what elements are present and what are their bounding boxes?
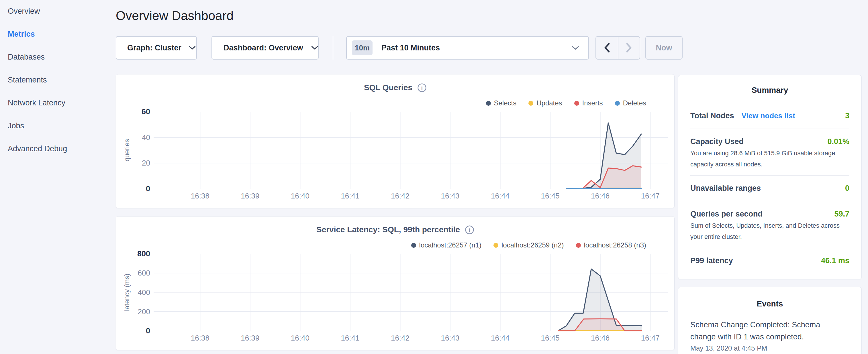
sidebar: OverviewMetricsDatabasesStatementsNetwor… (0, 0, 116, 354)
svg-text:16:41: 16:41 (341, 192, 359, 200)
page: OverviewMetricsDatabasesStatementsNetwor… (0, 0, 868, 354)
svg-text:16:41: 16:41 (341, 334, 359, 342)
svg-text:800: 800 (137, 250, 150, 258)
summary-row-label: Queries per second (690, 210, 763, 219)
main-content: Overview Dashboard Graph: Cluster Dashbo… (116, 0, 868, 354)
svg-text:16:44: 16:44 (491, 334, 509, 342)
event-item: Schema Change Completed: Schema change w… (690, 319, 849, 352)
charts-column: SQL QueriesiSelectsUpdatesInsertsDeletes… (116, 74, 675, 350)
graph-dropdown-label: Graph: Cluster (127, 43, 181, 53)
svg-text:16:46: 16:46 (591, 192, 610, 200)
dashboard-content: SQL QueriesiSelectsUpdatesInsertsDeletes… (116, 74, 868, 354)
summary-row: P99 latency46.1 ms (690, 256, 849, 265)
chevron-right-icon (626, 43, 632, 53)
summary-row-value: 0 (845, 184, 849, 193)
summary-row-label: Total Nodes (690, 111, 734, 120)
svg-text:16:38: 16:38 (191, 334, 210, 342)
right-sidebar: Summary Total NodesView nodes list3Capac… (678, 74, 862, 354)
svg-text:16:44: 16:44 (491, 192, 509, 200)
svg-text:16:46: 16:46 (591, 334, 610, 342)
summary-panel: Summary Total NodesView nodes list3Capac… (678, 75, 862, 279)
summary-row: Total NodesView nodes list3 (690, 111, 849, 120)
chevron-down-icon (189, 46, 196, 50)
svg-text:16:43: 16:43 (441, 192, 459, 200)
sidebar-item-statements[interactable]: Statements (0, 75, 116, 98)
svg-text:600: 600 (138, 269, 150, 277)
summary-divider (690, 129, 849, 129)
svg-text:16:38: 16:38 (191, 192, 210, 200)
events-panel: Events Schema Change Completed: Schema c… (678, 287, 862, 354)
svg-text:queries: queries (123, 139, 131, 162)
chart-plot: 020040060080016:3816:3916:4016:4116:4216… (116, 217, 675, 351)
summary-row-value: 46.1 ms (821, 256, 849, 265)
svg-text:16:39: 16:39 (241, 334, 259, 342)
events-title: Events (690, 299, 849, 309)
summary-row-value: 0.01% (827, 137, 849, 146)
svg-text:16:42: 16:42 (391, 334, 409, 342)
chart-card-0: SQL QueriesiSelectsUpdatesInsertsDeletes… (116, 74, 675, 208)
event-timestamp: May 13, 2020 at 4:45 PM (690, 344, 849, 352)
step-back-button[interactable] (596, 37, 618, 59)
chevron-left-icon (604, 43, 610, 53)
summary-row-description: You are using 28.6 MiB of 515.9 GiB usab… (690, 148, 849, 170)
svg-text:0: 0 (146, 326, 150, 335)
summary-row: Capacity Used0.01%You are using 28.6 MiB… (690, 137, 849, 170)
chevron-down-icon (311, 46, 318, 50)
svg-text:200: 200 (138, 307, 150, 316)
svg-text:20: 20 (142, 159, 150, 167)
svg-text:16:42: 16:42 (391, 192, 409, 200)
sidebar-item-advanced-debug[interactable]: Advanced Debug (0, 144, 116, 167)
sidebar-item-jobs[interactable]: Jobs (0, 121, 116, 144)
summary-row-label: Capacity Used (690, 137, 744, 146)
dashboard-dropdown[interactable]: Dashboard: Overview (212, 36, 319, 60)
time-step-buttons (595, 36, 640, 60)
svg-text:16:47: 16:47 (641, 334, 660, 342)
svg-text:16:40: 16:40 (291, 334, 309, 342)
chevron-down-icon (572, 46, 579, 50)
summary-row-description: Sum of Selects, Updates, Inserts, and De… (690, 220, 849, 242)
summary-row: Unavailable ranges0 (690, 184, 849, 193)
svg-text:16:47: 16:47 (641, 192, 660, 200)
summary-divider (690, 201, 849, 201)
summary-row-link[interactable]: View nodes list (742, 111, 795, 120)
svg-text:40: 40 (142, 133, 150, 142)
chart-plot: 020406016:3816:3916:4016:4116:4216:4316:… (116, 74, 675, 208)
svg-text:latency (ms): latency (ms) (123, 273, 131, 311)
sidebar-item-network-latency[interactable]: Network Latency (0, 98, 116, 121)
svg-text:16:40: 16:40 (291, 192, 309, 200)
time-range-label: Past 10 Minutes (381, 43, 440, 53)
page-title: Overview Dashboard (116, 9, 868, 23)
svg-text:16:45: 16:45 (541, 192, 560, 200)
toolbar-divider (333, 36, 333, 60)
time-range-picker[interactable]: 10m Past 10 Minutes (346, 36, 589, 60)
time-range-badge: 10m (352, 40, 373, 55)
sidebar-item-databases[interactable]: Databases (0, 52, 116, 75)
event-message: Schema Change Completed: Schema change w… (690, 319, 838, 343)
summary-row-label: Unavailable ranges (690, 184, 761, 193)
svg-text:400: 400 (138, 288, 150, 297)
summary-title: Summary (690, 86, 849, 95)
dashboard-dropdown-label: Dashboard: Overview (223, 43, 303, 53)
summary-row: Queries per second59.7Sum of Selects, Up… (690, 210, 849, 242)
summary-rows: Total NodesView nodes list3Capacity Used… (690, 111, 849, 265)
now-button[interactable]: Now (645, 36, 683, 60)
toolbar: Graph: Cluster Dashboard: Overview 10m P… (116, 36, 868, 60)
summary-row-label: P99 latency (690, 256, 733, 265)
graph-dropdown[interactable]: Graph: Cluster (116, 36, 197, 60)
summary-divider (690, 175, 849, 175)
svg-text:16:45: 16:45 (541, 334, 560, 342)
events-list: Schema Change Completed: Schema change w… (690, 319, 849, 352)
svg-text:60: 60 (142, 107, 150, 116)
summary-row-value: 59.7 (834, 210, 849, 219)
step-forward-button[interactable] (618, 37, 640, 59)
svg-text:16:39: 16:39 (241, 192, 259, 200)
summary-row-value: 3 (845, 111, 849, 120)
svg-text:16:43: 16:43 (441, 334, 459, 342)
chart-card-1: Service Latency: SQL, 99th percentileilo… (116, 216, 675, 350)
sidebar-item-overview[interactable]: Overview (0, 6, 116, 29)
sidebar-item-metrics[interactable]: Metrics (0, 29, 116, 52)
svg-text:0: 0 (146, 185, 150, 193)
